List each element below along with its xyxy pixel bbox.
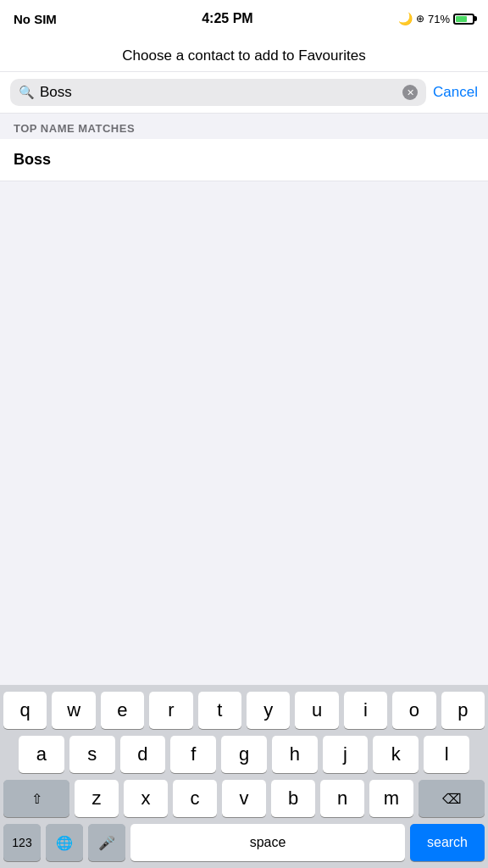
key-w[interactable]: w xyxy=(52,692,95,729)
key-q[interactable]: q xyxy=(3,692,47,729)
carrier-label: No SIM xyxy=(14,12,57,26)
key-i[interactable]: i xyxy=(344,692,387,729)
status-bar: No SIM 4:25 PM 🌙 ⊕ 71% xyxy=(0,0,488,37)
key-p[interactable]: p xyxy=(441,692,485,729)
battery-icon xyxy=(453,14,474,25)
key-r[interactable]: r xyxy=(149,692,192,729)
wifi-icon: ⊕ xyxy=(416,13,424,25)
time-label: 4:25 PM xyxy=(202,11,252,26)
key-k[interactable]: k xyxy=(373,736,419,773)
battery-fill xyxy=(456,16,467,22)
section-header: TOP NAME MATCHES xyxy=(0,114,488,139)
search-magnifier-icon: 🔍 xyxy=(19,85,35,100)
key-d[interactable]: d xyxy=(120,736,166,773)
key-h[interactable]: h xyxy=(272,736,318,773)
key-l[interactable]: l xyxy=(424,736,469,773)
key-j[interactable]: j xyxy=(323,736,369,773)
moon-icon: 🌙 xyxy=(398,12,413,25)
modal-title: Choose a contact to add to Favourites xyxy=(122,47,365,64)
contact-list: Boss xyxy=(0,139,488,181)
key-c[interactable]: c xyxy=(173,780,217,817)
search-bar-container: 🔍 ✕ Cancel xyxy=(0,72,488,114)
key-b[interactable]: b xyxy=(271,780,315,817)
search-input-wrapper: 🔍 ✕ xyxy=(10,79,426,106)
battery-percentage: 71% xyxy=(428,13,450,25)
space-key[interactable]: space xyxy=(130,824,405,861)
modal-header: Choose a contact to add to Favourites xyxy=(0,37,488,72)
key-s[interactable]: s xyxy=(69,736,115,773)
key-f[interactable]: f xyxy=(170,736,216,773)
keyboard-row-2: a s d f g h j k l xyxy=(3,736,485,773)
contact-name: Boss xyxy=(14,151,51,168)
key-z[interactable]: z xyxy=(75,780,119,817)
search-key[interactable]: search xyxy=(410,824,485,861)
key-v[interactable]: v xyxy=(222,780,266,817)
search-input[interactable] xyxy=(40,84,397,101)
delete-key[interactable]: ⌫ xyxy=(419,780,485,817)
key-g[interactable]: g xyxy=(221,736,267,773)
key-x[interactable]: x xyxy=(124,780,168,817)
key-o[interactable]: o xyxy=(392,692,435,729)
clear-button[interactable]: ✕ xyxy=(402,85,418,100)
section-header-text: TOP NAME MATCHES xyxy=(14,122,135,135)
key-y[interactable]: y xyxy=(247,692,290,729)
key-u[interactable]: u xyxy=(295,692,338,729)
key-n[interactable]: n xyxy=(320,780,364,817)
numbers-key[interactable]: 123 xyxy=(3,824,41,861)
key-a[interactable]: a xyxy=(19,736,64,773)
keyboard-row-3: ⇧ z x c v b n m ⌫ xyxy=(3,780,485,817)
keyboard: q w e r t y u i o p a s d f g h j k l ⇧ … xyxy=(0,685,488,868)
keyboard-row-1: q w e r t y u i o p xyxy=(3,692,485,729)
microphone-key[interactable]: 🎤 xyxy=(88,824,125,861)
cancel-button[interactable]: Cancel xyxy=(433,84,478,101)
key-e[interactable]: e xyxy=(101,692,144,729)
empty-area xyxy=(0,181,488,685)
contact-item[interactable]: Boss xyxy=(0,139,488,181)
status-right: 🌙 ⊕ 71% xyxy=(398,12,474,25)
shift-key[interactable]: ⇧ xyxy=(3,780,69,817)
globe-key[interactable]: 🌐 xyxy=(46,824,83,861)
key-m[interactable]: m xyxy=(369,780,413,817)
key-t[interactable]: t xyxy=(198,692,241,729)
keyboard-row-4: 123 🌐 🎤 space search xyxy=(3,824,485,865)
